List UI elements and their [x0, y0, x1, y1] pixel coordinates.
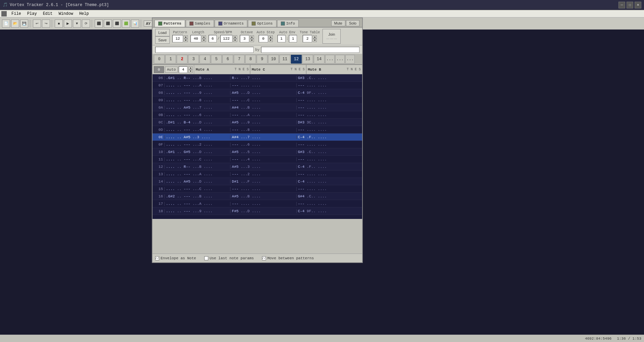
table-row[interactable]: 0C .D#1 .. B-4 ...D .... A#5 ...9 .... D…	[153, 119, 362, 126]
pat-8[interactable]: 8	[245, 55, 256, 64]
table-row[interactable]: 13 .... .. --- ...A .... --- ...2 .... -…	[153, 170, 362, 178]
mute-button[interactable]: Mute	[331, 20, 345, 26]
table-row[interactable]: 12 .... .. R-- ...B .... A#5 ...3 .... C…	[153, 163, 362, 170]
redo-button[interactable]: ↪	[42, 20, 50, 28]
bpm-down-btn[interactable]: ▼	[233, 39, 237, 42]
table-row[interactable]: 0D .... .. --- ...4 .... --- ...8 .... -…	[153, 126, 362, 134]
auto-step-down-btn[interactable]: ▼	[269, 39, 273, 42]
menu-file[interactable]: File	[9, 11, 24, 17]
pattern-input[interactable]	[172, 35, 183, 42]
table-row[interactable]: 0B .... .. --- ...6 .... --- ...A .... -…	[153, 111, 362, 119]
table-row[interactable]: 0F .... .. --- ...2 .... --- ...6 .... -…	[153, 141, 362, 148]
titlebar-controls[interactable]: ─ □ ✕	[618, 2, 641, 8]
pat-9[interactable]: 9	[257, 55, 267, 64]
octave-up-btn[interactable]: ▲	[250, 35, 254, 39]
tone-table-input[interactable]	[303, 35, 312, 42]
step-up-btn[interactable]: ▲	[188, 66, 192, 70]
bpm-up-btn[interactable]: ▲	[233, 35, 237, 39]
join-button[interactable]: Join — — —	[323, 29, 341, 44]
export1-button[interactable]: ⬛	[95, 20, 103, 28]
menu-play[interactable]: Play	[25, 11, 40, 17]
table-row[interactable]: 08 .... .. --- ...9 .... A#5 ...D .... C…	[153, 89, 362, 97]
tone-table-up-btn[interactable]: ▲	[313, 35, 317, 39]
table-row[interactable]: 18 .... .. --- ...9 .... F#5 ...D .... C…	[153, 207, 362, 215]
table-row[interactable]: 0A .... .. A#5 ...7 .... A#4 ...B .... -…	[153, 104, 362, 111]
move-between-patterns-check[interactable]: ✓ Move between patterns	[262, 256, 314, 260]
tab-ornaments[interactable]: Ornaments	[215, 20, 247, 27]
ay-button[interactable]: AY	[144, 21, 153, 27]
bpm-input[interactable]	[220, 35, 232, 42]
table-row[interactable]: 06 .G#1 .. R-- ...B .... R-- ...7 .... G…	[153, 74, 362, 82]
undo-button[interactable]: ↩	[33, 20, 41, 28]
save-button[interactable]: Save	[155, 36, 170, 44]
menu-help[interactable]: Help	[77, 11, 92, 17]
open-button[interactable]: 📂	[11, 20, 19, 28]
pat-dots-1[interactable]: ...	[325, 55, 335, 64]
octave-input[interactable]	[240, 35, 249, 42]
tab-info[interactable]: Info	[277, 20, 299, 27]
minimize-button[interactable]: ─	[618, 2, 625, 8]
pat-2[interactable]: 2	[177, 55, 187, 64]
pat-3[interactable]: 3	[188, 55, 199, 64]
auto-env-1-input[interactable]	[277, 35, 286, 42]
close-button[interactable]: ✕	[635, 2, 641, 8]
table-row[interactable]: 16 .G#2 .. --- ...B .... A#5 ...B .... G…	[153, 193, 362, 200]
table-row[interactable]: 07 .... .. --- ...A .... --- .... .... -…	[153, 82, 362, 89]
pat-1[interactable]: 1	[165, 55, 176, 64]
export4-button[interactable]: 🟩	[122, 20, 130, 28]
menu-edit[interactable]: Edit	[40, 11, 55, 17]
auto-step-up-btn[interactable]: ▲	[269, 35, 273, 39]
use-last-note-check[interactable]: Use last note params	[204, 256, 254, 260]
pat-4[interactable]: 4	[200, 55, 210, 64]
tab-samples[interactable]: Samples	[186, 20, 214, 27]
loop-button[interactable]: ⟳	[82, 20, 90, 28]
tone-table-down-btn[interactable]: ▼	[313, 39, 317, 42]
pat-0[interactable]: 0	[154, 55, 165, 64]
auto-env-2-input[interactable]	[289, 35, 297, 42]
move-between-patterns-checkbox[interactable]: ✓	[262, 256, 266, 260]
table-row[interactable]: 10 .G#1 .. G#5 ...D .... A#5 ...5 .... G…	[153, 148, 362, 156]
play-dropdown-button[interactable]: ▼	[73, 20, 81, 28]
new-button[interactable]: 📄	[2, 20, 10, 28]
stop-button[interactable]: ■	[55, 20, 63, 28]
length-up-btn[interactable]: ▲	[202, 35, 206, 39]
export2-button[interactable]: ⬛	[104, 20, 112, 28]
auto-step-spinner[interactable]: ▲ ▼	[269, 35, 273, 42]
length-down-btn[interactable]: ▼	[202, 39, 206, 42]
table-row[interactable]: 0E .... .. A#5 ..3 .... A#4 ...7 .... C-…	[153, 134, 362, 141]
pat-11[interactable]: 11	[280, 55, 290, 64]
step-spinner[interactable]: ▲ ▼	[188, 66, 192, 73]
table-row[interactable]: 15 .... .. --- ...C .... --- .... .... -…	[153, 185, 362, 193]
load-button[interactable]: Load	[155, 29, 169, 36]
tone-table-spinner[interactable]: ▲ ▼	[313, 35, 317, 42]
play-button[interactable]: ▶	[64, 20, 72, 28]
table-row[interactable]: 11 .... .. --- ...C .... --- ...4 .... -…	[153, 156, 362, 163]
step-down-btn[interactable]: ▼	[188, 70, 192, 73]
pat-14[interactable]: 14	[314, 55, 325, 64]
pattern-up-btn[interactable]: ▲	[184, 35, 188, 39]
menu-window[interactable]: Window	[56, 11, 76, 17]
bpm-spinner[interactable]: ▲ ▼	[233, 35, 237, 42]
step-value-input[interactable]	[179, 66, 187, 73]
use-last-note-checkbox[interactable]	[204, 256, 208, 260]
auto-step-input[interactable]	[259, 35, 268, 42]
pat-dots-2[interactable]: ...	[335, 55, 345, 64]
pat-12[interactable]: 12	[291, 55, 302, 64]
envelope-as-note-check[interactable]: ✓ Envelope as Note	[155, 256, 196, 260]
table-row[interactable]: 09 .... .. --- ...8 .... --- ...C .... -…	[153, 97, 362, 104]
tab-patterns[interactable]: Patterns	[155, 20, 185, 27]
pattern-spinner[interactable]: ▲ ▼	[184, 35, 188, 42]
pattern-down-btn[interactable]: ▼	[184, 39, 188, 42]
pat-13[interactable]: 13	[302, 55, 313, 64]
tab-options[interactable]: Options	[248, 20, 276, 27]
table-row[interactable]: 17 .... .. --- ...A .... --- .... .... -…	[153, 200, 362, 207]
song-author-input[interactable]	[261, 47, 359, 53]
table-row[interactable]: 14 .... .. A#5 ...D .... D#1 ...F .... C…	[153, 178, 362, 185]
pat-dots-3[interactable]: ...	[345, 55, 355, 64]
octave-spinner[interactable]: ▲ ▼	[250, 35, 254, 42]
pat-5[interactable]: 5	[211, 55, 222, 64]
octave-down-btn[interactable]: ▼	[250, 39, 254, 42]
pat-7[interactable]: 7	[234, 55, 245, 64]
export5-button[interactable]: 📊	[131, 20, 139, 28]
save-toolbar-button[interactable]: 💾	[20, 20, 28, 28]
